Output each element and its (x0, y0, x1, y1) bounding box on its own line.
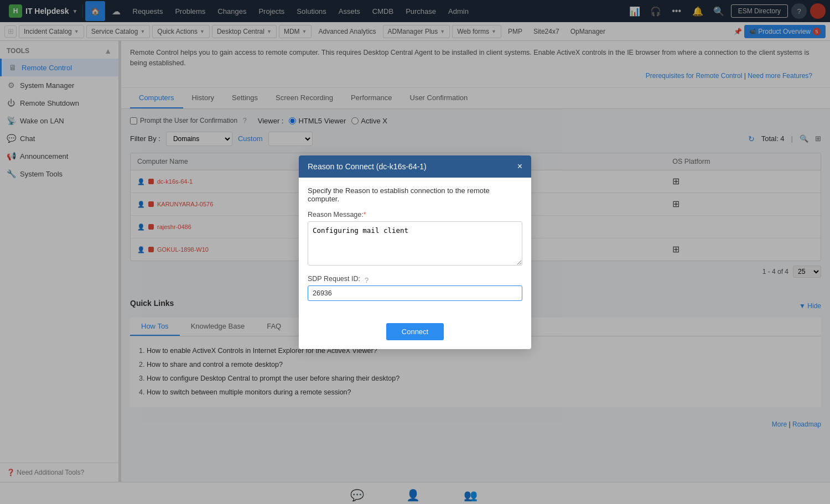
sdp-help-icon[interactable]: ? (365, 276, 369, 284)
modal-footer: Connect (299, 318, 531, 349)
modal-connect-button[interactable]: Connect (386, 323, 444, 340)
modal-header: Reason to Connect (dc-k16s-64-1) × (299, 155, 531, 178)
sdp-label: SDP Request ID: (308, 275, 360, 283)
modal-title: Reason to Connect (dc-k16s-64-1) (308, 162, 427, 171)
reason-textarea[interactable] (308, 221, 522, 266)
modal-overlay[interactable]: Reason to Connect (dc-k16s-64-1) × Speci… (0, 0, 830, 504)
reason-to-connect-modal: Reason to Connect (dc-k16s-64-1) × Speci… (299, 155, 531, 349)
modal-subtitle: Specify the Reason to establish connecti… (308, 186, 522, 203)
reason-label: Reason Message:* (308, 211, 522, 219)
modal-body: Specify the Reason to establish connecti… (299, 178, 531, 318)
sdp-input[interactable] (308, 285, 522, 301)
sdp-field-row: SDP Request ID: ? (308, 275, 522, 285)
reason-field: Reason Message:* (308, 211, 522, 267)
modal-close-button[interactable]: × (517, 162, 522, 171)
sdp-field: SDP Request ID: ? (308, 275, 522, 301)
